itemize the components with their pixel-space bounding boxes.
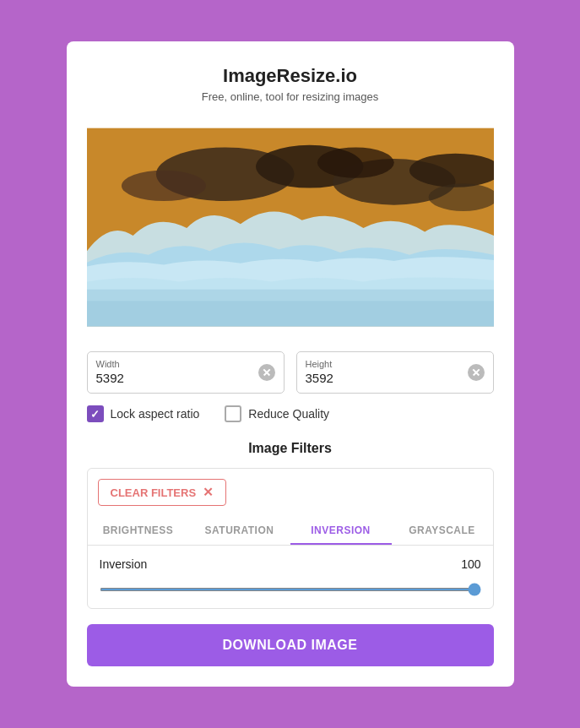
height-clear-button[interactable]: [468, 364, 485, 381]
clear-filters-label: CLEAR FILTERS: [111, 486, 197, 499]
image-preview: [87, 118, 494, 336]
svg-point-5: [121, 171, 205, 201]
main-card: ImageResize.io Free, online, tool for re…: [67, 41, 514, 687]
lock-aspect-option[interactable]: Lock aspect ratio: [87, 405, 200, 422]
svg-point-6: [317, 147, 393, 177]
tab-saturation[interactable]: SATURATION: [189, 516, 290, 545]
height-label: Height: [306, 359, 463, 369]
filters-container: CLEAR FILTERS ✕ BRIGHTNESS SATURATION IN…: [87, 468, 494, 609]
filter-name: Inversion: [100, 557, 148, 571]
dimensions-row: Width Height: [87, 351, 494, 394]
width-input[interactable]: [96, 371, 253, 385]
app-title: ImageResize.io: [87, 65, 494, 87]
filter-tabs: BRIGHTNESS SATURATION INVERSION GRAYSCAL…: [88, 516, 493, 546]
lock-aspect-label: Lock aspect ratio: [111, 407, 200, 421]
app-subtitle: Free, online, tool for resizing images: [87, 90, 494, 103]
tab-grayscale[interactable]: GRAYSCALE: [392, 516, 493, 545]
filter-value: 100: [461, 557, 480, 571]
width-label: Width: [96, 359, 253, 369]
reduce-quality-option[interactable]: Reduce Quality: [225, 405, 329, 422]
tab-inversion[interactable]: INVERSION: [290, 516, 392, 545]
preview-image: [87, 118, 494, 336]
height-input[interactable]: [306, 371, 463, 385]
options-row: Lock aspect ratio Reduce Quality: [87, 405, 494, 422]
clear-filters-icon: ✕: [203, 485, 214, 500]
download-button[interactable]: DOWNLOAD IMAGE: [87, 624, 494, 666]
clear-filters-button[interactable]: CLEAR FILTERS ✕: [98, 479, 227, 506]
filter-row: Inversion 100: [100, 557, 481, 571]
app-header: ImageResize.io Free, online, tool for re…: [87, 65, 494, 103]
filter-slider[interactable]: [100, 588, 481, 591]
height-field: Height: [296, 351, 494, 394]
width-clear-button[interactable]: [258, 364, 275, 381]
lock-aspect-checkbox[interactable]: [87, 405, 104, 422]
reduce-quality-checkbox[interactable]: [225, 405, 241, 422]
filter-body: Inversion 100: [88, 546, 493, 608]
width-field: Width: [87, 351, 285, 394]
tab-brightness[interactable]: BRIGHTNESS: [88, 516, 189, 545]
filters-section-title: Image Filters: [87, 441, 494, 456]
reduce-quality-label: Reduce Quality: [248, 407, 329, 421]
